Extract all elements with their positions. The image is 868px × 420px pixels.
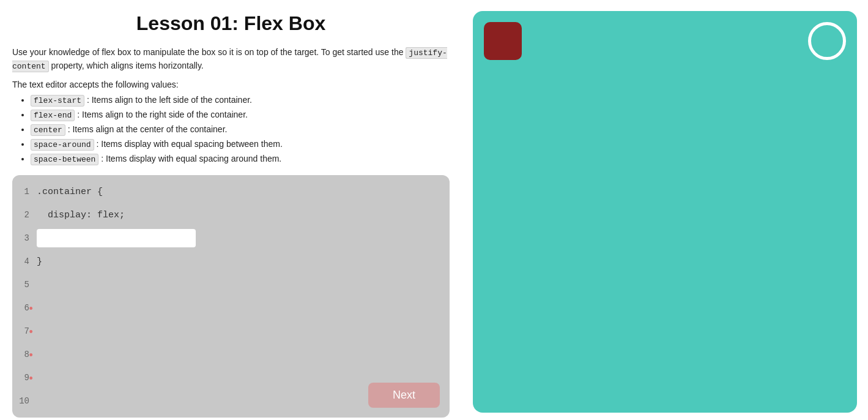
line-number-7: 7 •	[12, 326, 37, 336]
intro-paragraph: Use your knowledge of flex box to manipu…	[12, 46, 450, 72]
list-item-space-between: space-between : Items display with equal…	[31, 152, 450, 167]
code-input[interactable]	[37, 229, 196, 247]
list-item-center: center : Items align at the center of th…	[31, 122, 450, 137]
code-line-5: 5	[12, 273, 450, 296]
values-heading: The text editor accepts the following va…	[12, 80, 450, 89]
left-panel: Lesson 01: Flex Box Use your knowledge o…	[0, 0, 462, 420]
values-list: flex-start : Items align to the left sid…	[12, 93, 450, 167]
line-number-10: 10	[12, 396, 37, 406]
line-number-2: 2	[12, 210, 37, 220]
preview-target-circle	[808, 22, 846, 60]
flex-end-code: flex-end	[31, 110, 75, 121]
editor-inner: 1 .container { 2 display: flex; 3 4 }	[12, 175, 450, 418]
space-between-desc: : Items display with equal spacing aroun…	[101, 154, 281, 163]
list-item-flex-start: flex-start : Items align to the left sid…	[31, 93, 450, 108]
code-editor: 1 .container { 2 display: flex; 3 4 }	[12, 175, 450, 418]
code-line-7: 7 •	[12, 320, 450, 343]
line-number-6: 6 •	[12, 303, 37, 313]
center-desc: : Items align at the center of the conta…	[68, 124, 228, 134]
list-item-flex-end: flex-end : Items align to the right side…	[31, 108, 450, 122]
line-number-3: 3	[12, 233, 37, 243]
line-number-8: 8 •	[12, 350, 37, 359]
line-number-9: 9 •	[12, 373, 37, 383]
line-number-1: 1	[12, 187, 37, 197]
intro-text-before: Use your knowledge of flex box to manipu…	[12, 47, 403, 57]
code-line-2: 2 display: flex;	[12, 203, 450, 227]
intro-text-after: property, which aligns items horizontall…	[51, 61, 204, 70]
code-line-6: 6 •	[12, 296, 450, 320]
center-code: center	[31, 124, 65, 136]
code-line-3[interactable]: 3	[12, 227, 450, 250]
line-content-2: display: flex;	[37, 210, 450, 220]
space-around-desc: : Items display with equal spacing betwe…	[97, 139, 283, 149]
line-content-4: }	[37, 257, 450, 267]
preview-container	[473, 11, 857, 413]
preview-movable-box	[484, 22, 522, 60]
line-number-5: 5	[12, 280, 37, 290]
right-panel	[462, 0, 868, 420]
lesson-title: Lesson 01: Flex Box	[12, 12, 450, 35]
code-line-1: 1 .container {	[12, 180, 450, 203]
code-line-8: 8 •	[12, 343, 450, 366]
flex-start-desc: : Items align to the left side of the co…	[87, 95, 252, 105]
flex-start-code: flex-start	[31, 95, 84, 107]
space-around-code: space-around	[31, 139, 94, 151]
code-line-4: 4 }	[12, 250, 450, 273]
list-item-space-around: space-around : Items display with equal …	[31, 137, 450, 152]
space-between-code: space-between	[31, 154, 98, 165]
line-content-1: .container {	[37, 187, 450, 197]
line-number-4: 4	[12, 257, 37, 266]
code-lines: 1 .container { 2 display: flex; 3 4 }	[12, 175, 450, 418]
flex-end-desc: : Items align to the right side of the c…	[77, 110, 248, 119]
next-button[interactable]: Next	[368, 383, 440, 408]
